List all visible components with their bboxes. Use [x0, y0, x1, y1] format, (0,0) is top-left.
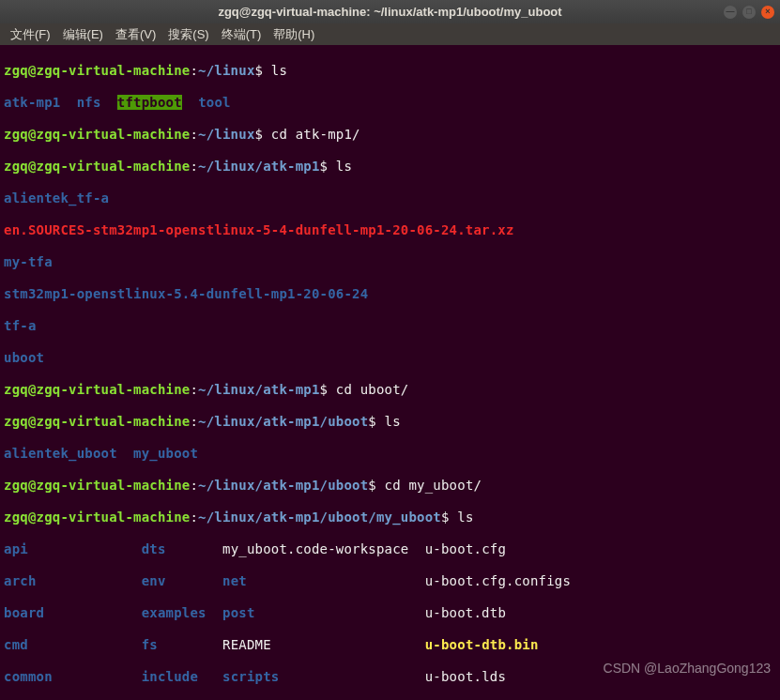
dir: alientek_tf-a [4, 190, 109, 205]
cmd: ls [457, 510, 473, 525]
line: atk-mp1 nfs tftpboot tool [4, 95, 776, 111]
line: uboot [4, 350, 776, 366]
window-title: zgq@zgq-virtual-machine: ~/linux/atk-mp1… [218, 4, 561, 20]
cmd: cd my_uboot/ [385, 478, 482, 493]
line: zgq@zgq-virtual-machine:~/linux/atk-mp1$… [4, 159, 776, 175]
cmd: ls [271, 63, 287, 78]
dir: my_uboot [133, 446, 198, 461]
cmd: cd atk-mp1/ [271, 127, 360, 142]
terminal-output[interactable]: zgq@zgq-virtual-machine:~/linux$ ls atk-… [0, 45, 780, 700]
line: cmd fs README u-boot-dtb.bin [4, 637, 776, 653]
line: zgq@zgq-virtual-machine:~/linux$ ls [4, 63, 776, 79]
line: tf-a [4, 318, 776, 334]
maximize-button[interactable]: □ [742, 6, 756, 19]
dir: uboot [4, 350, 44, 365]
prompt-path: ~/linux [198, 63, 254, 78]
line: en.SOURCES-stm32mp1-openstlinux-5-4-dunf… [4, 222, 776, 238]
line: alientek_uboot my_uboot [4, 446, 776, 462]
dir: stm32mp1-openstlinux-5.4-dunfell-mp1-20-… [4, 286, 368, 301]
dir: atk-mp1 [4, 95, 60, 110]
dir: tf-a [4, 318, 37, 333]
line: stm32mp1-openstlinux-5.4-dunfell-mp1-20-… [4, 286, 776, 302]
menu-help[interactable]: 帮助(H) [268, 24, 319, 44]
dir: nfs [77, 95, 101, 110]
line: zgq@zgq-virtual-machine:~/linux/atk-mp1/… [4, 414, 776, 430]
file-archive: en.SOURCES-stm32mp1-openstlinux-5-4-dunf… [4, 222, 514, 237]
cmd: cd uboot/ [336, 382, 409, 397]
line: board examples post u-boot.dtb [4, 605, 776, 621]
line: zgq@zgq-virtual-machine:~/linux/atk-mp1$… [4, 382, 776, 398]
line: zgq@zgq-virtual-machine:~/linux$ cd atk-… [4, 127, 776, 143]
line: zgq@zgq-virtual-machine:~/linux/atk-mp1/… [4, 510, 776, 525]
line: api dts my_uboot.code-workspace u-boot.c… [4, 541, 776, 557]
line: alientek_tf-a [4, 190, 776, 206]
dir-highlight: tftpboot [117, 95, 182, 110]
line: arch env net u-boot.cfg.configs [4, 573, 776, 589]
cmd: ls [385, 414, 401, 429]
dir: my-tfa [4, 254, 53, 269]
line: my-tfa [4, 254, 776, 270]
titlebar: zgq@zgq-virtual-machine: ~/linux/atk-mp1… [0, 0, 780, 23]
menu-view[interactable]: 查看(V) [111, 24, 161, 44]
dir: tool [198, 95, 231, 110]
prompt-user: zgq@zgq-virtual-machine [4, 63, 190, 78]
menu-terminal[interactable]: 终端(T) [217, 24, 267, 44]
menu-search[interactable]: 搜索(S) [163, 24, 213, 44]
window-controls: — □ × [724, 6, 774, 19]
dir: alientek_uboot [4, 446, 117, 461]
menu-edit[interactable]: 编辑(E) [58, 24, 108, 44]
close-button[interactable]: × [761, 6, 774, 19]
watermark: CSDN @LaoZhangGong123 [604, 661, 771, 677]
menubar: 文件(F) 编辑(E) 查看(V) 搜索(S) 终端(T) 帮助(H) [0, 23, 780, 45]
menu-file[interactable]: 文件(F) [6, 24, 55, 44]
cmd: ls [336, 159, 352, 174]
line: zgq@zgq-virtual-machine:~/linux/atk-mp1/… [4, 478, 776, 494]
minimize-button[interactable]: — [724, 6, 737, 19]
